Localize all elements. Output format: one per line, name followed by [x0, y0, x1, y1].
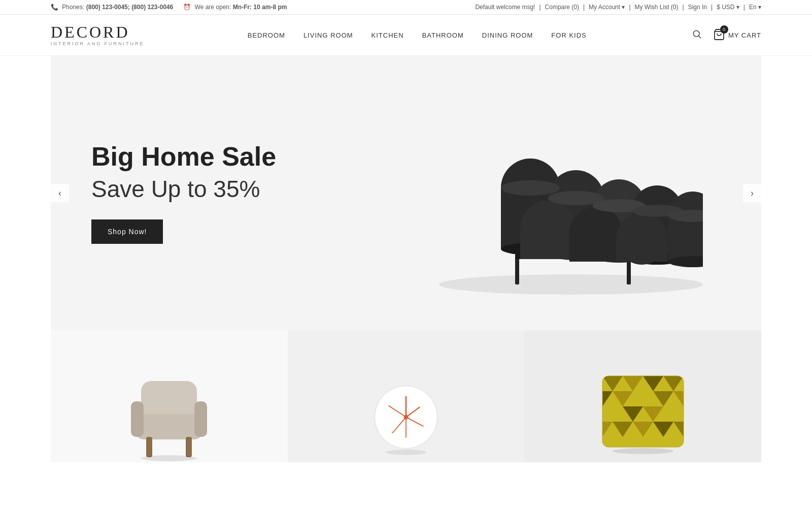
- hero-prev-arrow[interactable]: ‹: [51, 184, 69, 202]
- top-bar: 📞 Phones: (800) 123-0045; (800) 123-0046…: [0, 0, 812, 15]
- search-icon: [692, 29, 702, 39]
- cart-label: My Cart: [728, 31, 761, 39]
- pillow-image: [592, 371, 694, 462]
- top-bar-left: 📞 Phones: (800) 123-0045; (800) 123-0046…: [51, 4, 287, 11]
- separator-4: |: [683, 4, 684, 11]
- main-nav: BEDROOM LIVING ROOM KITCHEN BATHROOM DIN…: [248, 31, 587, 39]
- product-card-chair[interactable]: [51, 330, 288, 462]
- nav-actions: 0 My Cart: [690, 27, 761, 44]
- logo-subtitle: INTERIOR AND FURNITURE: [51, 41, 145, 46]
- svg-rect-35: [131, 401, 144, 437]
- account-link[interactable]: My Account ▾: [589, 4, 625, 11]
- hero-subtitle: Save Up to 35%: [91, 175, 276, 203]
- svg-rect-37: [146, 437, 152, 457]
- logo[interactable]: DECORD INTERIOR AND FURNITURE: [51, 24, 145, 46]
- welcome-msg[interactable]: Default welcome msg!: [475, 4, 535, 11]
- wishlist-link[interactable]: My Wish List (0): [635, 4, 679, 11]
- phone-info: 📞 Phones: (800) 123-0045; (800) 123-0046: [51, 4, 173, 11]
- currency-selector[interactable]: $ USD ▾: [717, 4, 739, 11]
- lang-dropdown-arrow: ▾: [758, 4, 761, 11]
- separator-1: |: [539, 4, 540, 11]
- phone-icon: 📞: [51, 4, 58, 11]
- hero-content: Big Home Sale Save Up to 35% Shop Now!: [51, 112, 317, 274]
- hero-image-area: [299, 56, 761, 330]
- separator-6: |: [743, 4, 745, 11]
- nav-living-room[interactable]: LIVING ROOM: [303, 31, 353, 39]
- svg-rect-38: [186, 437, 192, 457]
- search-button[interactable]: [690, 27, 704, 44]
- products-row: [51, 330, 761, 462]
- hero-banner: ‹ Big Home Sale Save Up to 35% Shop Now!: [51, 56, 761, 330]
- currency-dropdown-arrow: ▾: [736, 4, 739, 11]
- svg-point-49: [386, 450, 426, 455]
- chair-image: [123, 361, 215, 462]
- hours-prefix: We are open:: [195, 4, 231, 11]
- nav-kitchen[interactable]: KITCHEN: [371, 31, 404, 39]
- svg-rect-27: [616, 239, 668, 262]
- nav-for-kids[interactable]: FOR KIDS: [551, 31, 586, 39]
- svg-rect-25: [569, 234, 623, 262]
- svg-point-39: [141, 455, 197, 461]
- hero-next-arrow[interactable]: ›: [743, 184, 761, 202]
- svg-line-1: [699, 36, 701, 38]
- nav-bathroom[interactable]: BATHROOM: [422, 31, 464, 39]
- separator-5: |: [711, 4, 713, 11]
- phone-label: Phones:: [62, 4, 84, 11]
- product-card-pillow[interactable]: [524, 330, 761, 462]
- account-dropdown-arrow: ▾: [622, 4, 625, 11]
- svg-point-28: [501, 180, 560, 196]
- svg-point-0: [693, 30, 699, 37]
- cart-icon-wrap: 0: [713, 28, 725, 42]
- separator-2: |: [583, 4, 585, 11]
- cart-badge: 0: [720, 25, 728, 34]
- cart-button[interactable]: 0 My Cart: [713, 28, 761, 42]
- compare-link[interactable]: Compare (0): [545, 4, 579, 11]
- product-card-clock[interactable]: [288, 330, 525, 462]
- signin-link[interactable]: Sign In: [688, 4, 707, 11]
- svg-point-71: [613, 448, 673, 454]
- lang-selector[interactable]: En ▾: [749, 4, 761, 11]
- svg-point-3: [439, 274, 703, 295]
- header: DECORD INTERIOR AND FURNITURE BEDROOM LI…: [0, 15, 812, 56]
- hero-title: Big Home Sale: [91, 142, 276, 171]
- svg-rect-20: [668, 216, 703, 262]
- nav-dining-room[interactable]: DINING ROOM: [482, 31, 533, 39]
- svg-rect-36: [194, 401, 207, 437]
- hours-info: ⏰ We are open: Mn-Fr: 10 am-8 pm: [183, 4, 287, 11]
- svg-rect-23: [520, 229, 576, 259]
- separator-3: |: [629, 4, 630, 11]
- nav-bedroom[interactable]: BEDROOM: [248, 31, 285, 39]
- hero-furniture-image: [358, 86, 703, 300]
- top-bar-right: Default welcome msg! | Compare (0) | My …: [475, 4, 761, 11]
- svg-rect-34: [136, 414, 202, 439]
- logo-text: DECORD: [51, 24, 145, 40]
- shop-now-button[interactable]: Shop Now!: [91, 219, 163, 244]
- clock-icon: ⏰: [183, 4, 191, 11]
- phone-numbers: (800) 123-0045; (800) 123-0046: [86, 4, 173, 11]
- hours-value: Mn-Fr: 10 am-8 pm: [233, 4, 287, 11]
- clock-image: [365, 381, 447, 462]
